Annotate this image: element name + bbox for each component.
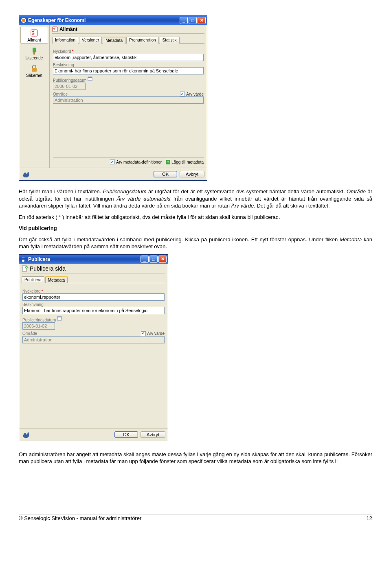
input-pubdatum bbox=[53, 83, 86, 90]
metadata-fields: Nyckelord* Beskrivning Publiceringsdatum… bbox=[52, 47, 204, 165]
checkbox-icon: ✔ bbox=[141, 331, 146, 336]
minimize-button[interactable]: _ bbox=[141, 256, 149, 263]
sidenav-item-utseende[interactable]: Utseende bbox=[20, 45, 48, 61]
label-omrade: Område bbox=[22, 331, 37, 336]
sidenav-label: Säkerhet bbox=[26, 73, 42, 78]
hand-icon bbox=[22, 170, 31, 178]
input-omrade bbox=[53, 96, 204, 104]
metadata-fields: Nyckelord* Beskrivning Publiceringsdatum… bbox=[22, 286, 165, 426]
paragraph: Om administratören har angett att metada… bbox=[19, 451, 372, 465]
input-beskrivning[interactable] bbox=[22, 307, 165, 314]
tab-metadata[interactable]: Metadata bbox=[103, 37, 125, 44]
plus-icon: + bbox=[166, 160, 170, 164]
svg-rect-4 bbox=[33, 52, 35, 55]
panel-title: Publicera sida bbox=[22, 265, 165, 273]
label-beskrivning: Beskrivning bbox=[53, 63, 204, 67]
titlebar[interactable]: Egenskaper för Ekonomi _ □ ✕ bbox=[19, 16, 207, 25]
paint-icon bbox=[30, 47, 38, 55]
window-footer: OK Avbryt bbox=[19, 428, 168, 441]
label-nyckelord: Nyckelord* bbox=[22, 289, 165, 293]
input-omrade bbox=[22, 336, 165, 343]
svg-rect-8 bbox=[88, 77, 92, 78]
window-title: Egenskaper för Ekonomi bbox=[28, 17, 180, 23]
side-nav: Allmänt Utseende Säkerhet bbox=[19, 25, 50, 168]
checklist-icon bbox=[30, 29, 38, 37]
label-nyckelord: Nyckelord* bbox=[53, 49, 204, 54]
publish-window: Publicera _ □ ✕ Publicera sida Publicera… bbox=[19, 254, 168, 441]
label-pubdatum: Publiceringsdatum bbox=[22, 316, 165, 322]
paragraph: Här fyller man i värden i textfälten. Pu… bbox=[19, 188, 372, 210]
checkbox-arv-metadata[interactable]: ✔ Ärv metadata-definitioner bbox=[110, 160, 162, 164]
tab-information[interactable]: Information bbox=[52, 37, 78, 44]
tab-bar: Information Versioner Metadata Prenumera… bbox=[52, 36, 204, 44]
tab-metadata[interactable]: Metadata bbox=[45, 276, 68, 283]
titlebar[interactable]: Publicera _ □ ✕ bbox=[19, 255, 168, 264]
page-footer: © Senselogic SiteVision - manual för adm… bbox=[19, 514, 372, 521]
close-button[interactable]: ✕ bbox=[158, 256, 167, 263]
input-nyckelord[interactable] bbox=[53, 54, 204, 61]
checkbox-arv-varde[interactable]: ✔ Ärv värde bbox=[180, 92, 204, 96]
app-icon bbox=[21, 17, 26, 23]
window-footer: OK Avbryt bbox=[19, 168, 207, 180]
tab-versioner[interactable]: Versioner bbox=[79, 37, 102, 44]
maximize-button[interactable]: □ bbox=[189, 17, 197, 24]
link-add-metadata[interactable]: + Lägg till metadata bbox=[166, 160, 204, 164]
tab-prenumeration[interactable]: Prenumeration bbox=[126, 37, 159, 44]
page-icon bbox=[22, 265, 28, 272]
sidenav-label: Allmänt bbox=[27, 38, 41, 42]
footer-text: © Senselogic SiteVision - manual för adm… bbox=[19, 515, 141, 521]
label-pubdatum: Publiceringsdatum bbox=[53, 76, 204, 83]
checkbox-icon: ✔ bbox=[110, 160, 115, 164]
window-title: Publicera bbox=[28, 256, 141, 262]
coffee-icon bbox=[21, 256, 26, 262]
ok-button[interactable]: OK bbox=[154, 171, 177, 177]
input-beskrivning[interactable] bbox=[53, 67, 204, 74]
tab-bar: Publicera Metadata bbox=[22, 276, 165, 283]
minimize-button[interactable]: _ bbox=[180, 17, 188, 24]
label-beskrivning: Beskrivning bbox=[22, 302, 165, 307]
input-nyckelord[interactable] bbox=[22, 293, 165, 301]
svg-rect-12 bbox=[57, 317, 62, 317]
panel-title: Allmänt bbox=[52, 26, 204, 34]
page-number: 12 bbox=[367, 515, 372, 521]
paragraph: Det går också att fylla i metadatavärden… bbox=[19, 236, 372, 250]
checkbox-arv-varde[interactable]: ✔ Ärv värde bbox=[141, 331, 165, 336]
tab-publicera[interactable]: Publicera bbox=[22, 276, 44, 283]
hand-icon bbox=[22, 431, 31, 439]
ok-button[interactable]: OK bbox=[114, 431, 138, 438]
svg-point-1 bbox=[22, 19, 25, 22]
calendar-icon[interactable] bbox=[88, 76, 93, 82]
cancel-button[interactable]: Avbryt bbox=[180, 171, 204, 177]
svg-rect-3 bbox=[33, 48, 36, 52]
maximize-button[interactable]: □ bbox=[149, 256, 158, 263]
sidenav-item-allmant[interactable]: Allmänt bbox=[20, 27, 48, 44]
sidenav-item-sakerhet[interactable]: Säkerhet bbox=[20, 63, 48, 79]
lock-icon bbox=[30, 64, 38, 72]
input-pubdatum bbox=[22, 322, 55, 330]
cancel-button[interactable]: Avbryt bbox=[141, 431, 165, 438]
tab-statistik[interactable]: Statistik bbox=[160, 37, 180, 44]
svg-rect-6 bbox=[53, 27, 57, 32]
heading-vid-publicering: Vid publicering bbox=[19, 225, 372, 232]
checkbox-icon: ✔ bbox=[180, 92, 185, 96]
paragraph: En röd asterisk ( * ) innebär att fältet… bbox=[19, 214, 372, 221]
checklist-icon bbox=[52, 26, 58, 32]
properties-window: Egenskaper för Ekonomi _ □ ✕ Allmänt bbox=[19, 15, 207, 181]
svg-rect-5 bbox=[32, 68, 37, 72]
calendar-icon[interactable] bbox=[57, 316, 63, 321]
label-omrade: Område bbox=[53, 92, 68, 96]
sidenav-label: Utseende bbox=[26, 56, 43, 60]
close-button[interactable]: ✕ bbox=[198, 17, 206, 24]
svg-point-10 bbox=[25, 266, 28, 269]
